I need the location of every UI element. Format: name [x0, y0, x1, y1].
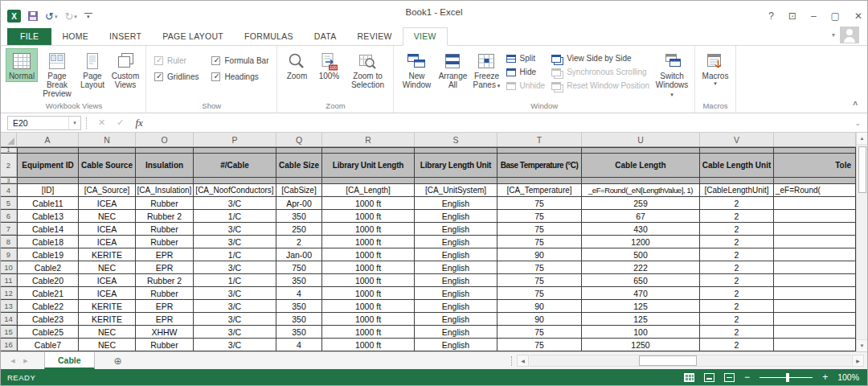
cell[interactable]: English [415, 313, 497, 325]
cell[interactable]: 1000 ft [322, 197, 415, 209]
vertical-scrollbar[interactable]: ▲ ▼ [856, 133, 867, 351]
table-header-cell[interactable]: Equipment ID [17, 154, 79, 177]
help-icon[interactable]: ? [768, 10, 774, 22]
cell[interactable]: 1000 ft [322, 223, 415, 235]
formula-input[interactable] [150, 116, 849, 130]
cell[interactable]: 75 [497, 223, 582, 235]
cell[interactable] [774, 223, 856, 235]
cell[interactable]: 2 [700, 326, 774, 338]
cell[interactable]: Cable22 [17, 300, 79, 312]
formula-bar-splitter[interactable] [86, 117, 89, 129]
cell[interactable] [774, 236, 856, 248]
row-number[interactable]: 9 [1, 248, 17, 261]
cell[interactable]: 75 [497, 326, 582, 338]
cell[interactable]: 750 [276, 261, 322, 273]
column-header[interactable]: Q [276, 133, 322, 146]
cell[interactable]: 350 [276, 300, 322, 312]
ribbon-tab[interactable]: INSERT [99, 28, 152, 45]
name-box[interactable]: E20 ▾ [7, 116, 81, 130]
cell[interactable]: 1000 ft [322, 339, 415, 351]
cell[interactable] [774, 274, 856, 286]
cell[interactable]: 100 [582, 326, 700, 338]
cell[interactable]: XHHW [136, 326, 194, 338]
cell[interactable]: Rubber [136, 287, 194, 299]
cell[interactable]: ICEA [79, 274, 136, 286]
field-code-cell[interactable]: [CabSize] [276, 184, 322, 196]
cell[interactable]: 2 [700, 339, 774, 351]
cell[interactable]: KERITE [79, 248, 136, 261]
scrollbar-splitter[interactable] [511, 356, 515, 366]
cell[interactable]: 3/C [194, 300, 276, 312]
cell[interactable]: 2 [700, 210, 774, 222]
column-header[interactable]: A [17, 133, 79, 146]
cell[interactable] [774, 339, 856, 351]
field-code-cell[interactable]: [CA_Source] [79, 184, 136, 196]
cell[interactable]: ICEA [79, 223, 136, 235]
row-number[interactable]: 15 [1, 326, 17, 338]
cell[interactable]: 125 [582, 313, 700, 325]
ribbon-display-options-icon[interactable]: ⊡ [788, 10, 796, 22]
cell[interactable]: Cable18 [17, 236, 79, 248]
row-number[interactable]: 12 [1, 287, 17, 299]
save-icon[interactable] [28, 11, 38, 21]
row-number[interactable]: 6 [1, 210, 17, 222]
cell[interactable]: ICEA [79, 197, 136, 209]
cell[interactable]: NEC [79, 210, 136, 222]
status-normal-view-icon[interactable] [684, 373, 694, 382]
cell[interactable]: Rubber [136, 223, 194, 235]
cell[interactable]: 470 [582, 287, 700, 299]
select-all-corner[interactable] [1, 133, 17, 146]
new-window-button[interactable]: New Window [397, 48, 436, 91]
name-box-dropdown-icon[interactable]: ▾ [68, 117, 80, 129]
macros-button[interactable]: Macros [698, 48, 732, 88]
table-header-cell[interactable]: Tole [774, 154, 856, 177]
cell[interactable]: 1/C [194, 210, 276, 222]
cell[interactable]: 3/C [194, 326, 276, 338]
cell[interactable]: Rubber [136, 339, 194, 351]
cell[interactable]: English [415, 197, 497, 209]
column-header[interactable] [774, 133, 856, 146]
column-header[interactable]: T [497, 133, 582, 146]
cell[interactable]: Cable20 [17, 274, 79, 286]
cell[interactable] [774, 197, 856, 209]
cell[interactable]: 1000 ft [322, 313, 415, 325]
maximize-icon[interactable]: ▢ [831, 10, 840, 22]
cell[interactable]: English [415, 223, 497, 235]
cell[interactable] [774, 326, 856, 338]
cell[interactable]: English [415, 287, 497, 299]
cell[interactable]: 350 [276, 274, 322, 286]
sheet-nav-left-icon[interactable]: ◀ [7, 352, 18, 369]
cell[interactable]: 3/C [194, 236, 276, 248]
horizontal-scrollbar-track[interactable] [530, 355, 851, 367]
row-number[interactable]: 11 [1, 274, 17, 286]
cell[interactable] [774, 300, 856, 312]
cell[interactable] [774, 313, 856, 325]
field-code-cell[interactable]: _eF=Round(_eN[LengthValue], 1) [582, 184, 700, 196]
cell[interactable]: Cable19 [17, 248, 79, 261]
cell[interactable]: 75 [497, 339, 582, 351]
cell[interactable]: 75 [497, 210, 582, 222]
undo-icon[interactable]: ↺ [45, 11, 57, 22]
cell[interactable]: 90 [497, 248, 582, 261]
cell[interactable]: 1000 ft [322, 248, 415, 261]
field-code-cell[interactable]: [ID] [17, 184, 79, 196]
cell[interactable]: 3/C [194, 197, 276, 209]
cell[interactable]: 1/C [194, 274, 276, 286]
switch-windows-button[interactable]: Switch Windows [653, 48, 691, 101]
cell[interactable]: Cable13 [17, 210, 79, 222]
cell[interactable] [774, 287, 856, 299]
cell[interactable]: 75 [497, 261, 582, 273]
customize-qat-icon[interactable] [84, 13, 92, 20]
page-layout-button[interactable]: Page Layout [76, 48, 108, 91]
cell[interactable]: 1000 ft [322, 300, 415, 312]
column-header[interactable]: U [582, 133, 700, 146]
row-number[interactable]: 10 [1, 261, 17, 273]
cell[interactable]: 222 [582, 261, 700, 273]
cell[interactable] [774, 210, 856, 222]
cell[interactable] [774, 261, 856, 273]
page-break-preview-button[interactable]: Page Break Preview [38, 48, 76, 101]
cell[interactable]: English [415, 339, 497, 351]
horizontal-scrollbar[interactable]: ◀ ▶ [511, 352, 864, 369]
cell[interactable]: 3/C [194, 287, 276, 299]
cell[interactable]: Rubber [136, 197, 194, 209]
